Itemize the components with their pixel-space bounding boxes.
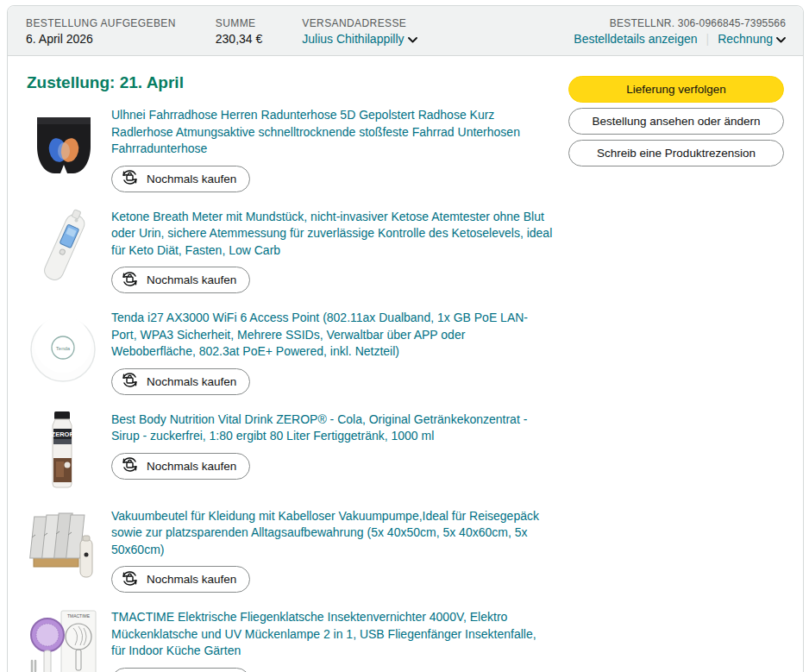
buy-again-refresh-bag-icon	[121, 455, 139, 476]
svg-text:ZEROP: ZEROP	[52, 430, 74, 438]
product-title-link[interactable]: Vakuumbeutel für Kleidung mit Kabelloser…	[111, 508, 553, 559]
product-title-link[interactable]: Best Body Nutrition Vital Drink ZEROP® -…	[111, 411, 553, 445]
ship-to-column: VERSANDADRESSE Julius Chithilappilly	[302, 15, 417, 47]
vacuum-storage-bags-thumbnail[interactable]	[27, 506, 100, 588]
svg-text:Tenda: Tenda	[56, 346, 71, 351]
view-or-edit-order-button[interactable]: Bestellung ansehen oder ändern	[568, 108, 784, 135]
ship-to-label: VERSANDADRESSE	[302, 15, 417, 30]
order-placed-label: BESTELLUNG AUFGEGEBEN	[26, 15, 176, 30]
product-title-link[interactable]: TMACTIME Elektrische Fliegenklatsche Ins…	[111, 609, 553, 660]
ketone-breath-meter-thumbnail[interactable]	[27, 207, 100, 289]
order-number: BESTELLNR. 306-0966845-7395566	[574, 15, 786, 30]
buy-again-button[interactable]: Nochmals kaufen	[111, 267, 250, 293]
order-card: BESTELLUNG AUFGEGEBEN 6. April 2026 SUMM…	[7, 5, 804, 672]
ship-to-name: Julius Chithilappilly	[302, 30, 404, 47]
buy-again-label: Nochmals kaufen	[147, 460, 236, 473]
order-total-label: SUMME	[216, 15, 263, 30]
drink-concentrate-bottle-thumbnail[interactable]: ZEROP	[27, 410, 100, 492]
product-title-link[interactable]: Ulhnei Fahrradhose Herren Radunterhose 5…	[111, 107, 553, 158]
invoice-label: Rechnung	[718, 30, 773, 47]
ship-to-dropdown[interactable]: Julius Chithilappilly	[302, 30, 417, 47]
buy-again-label: Nochmals kaufen	[147, 273, 236, 286]
buy-again-refresh-bag-icon	[121, 168, 139, 189]
invoice-dropdown[interactable]: Rechnung	[718, 30, 786, 47]
buy-again-refresh-bag-icon	[121, 371, 139, 392]
order-header: BESTELLUNG AUFGEGEBEN 6. April 2026 SUMM…	[8, 6, 803, 56]
product-row: Vakuumbeutel für Kleidung mit Kabelloser…	[27, 506, 553, 593]
order-header-right: BESTELLNR. 306-0966845-7395566 Bestellde…	[574, 15, 786, 47]
product-title-link[interactable]: Ketone Breath Meter mit Mundstück, nicht…	[111, 209, 553, 260]
buy-again-button[interactable]: Nochmals kaufen	[111, 453, 250, 480]
view-order-details-link[interactable]: Bestelldetails anzeigen	[574, 30, 697, 47]
buy-again-button[interactable]: Nochmals kaufen	[111, 166, 250, 192]
buy-again-button[interactable]: Nochmals kaufen	[111, 368, 250, 395]
order-body: Zustellung: 21. April	[8, 56, 803, 672]
cycling-shorts-thumbnail[interactable]	[27, 105, 100, 187]
order-placed-column: BESTELLUNG AUFGEGEBEN 6. April 2026	[26, 15, 176, 47]
product-row: Ulhnei Fahrradhose Herren Radunterhose 5…	[27, 105, 553, 192]
buy-again-refresh-bag-icon	[121, 569, 139, 590]
product-row: Ketone Breath Meter mit Mundstück, nicht…	[27, 207, 553, 294]
chevron-down-icon	[408, 30, 417, 47]
product-title-link[interactable]: Tenda i27 AX3000 WiFi 6 Access Point (80…	[111, 310, 553, 361]
buy-again-refresh-bag-icon	[121, 270, 139, 291]
link-separator: |	[706, 30, 710, 47]
order-total-column: SUMME 230,34 €	[216, 15, 263, 47]
product-row: Tenda Tenda i27 AX3000 WiFi 6 Access Poi…	[27, 308, 553, 395]
chevron-down-icon	[776, 30, 786, 47]
product-list: Ulhnei Fahrradhose Herren Radunterhose 5…	[27, 105, 553, 672]
product-row: TMACTIME TMACTIME Elektrische Fliegenkla…	[27, 607, 553, 672]
buy-again-button[interactable]: Nochmals kaufen	[111, 668, 250, 672]
buy-again-label: Nochmals kaufen	[147, 573, 236, 586]
order-header-links: Bestelldetails anzeigen | Rechnung	[574, 30, 786, 47]
track-package-button[interactable]: Lieferung verfolgen	[568, 76, 784, 103]
order-total-value: 230,34 €	[216, 30, 263, 47]
order-placed-date: 6. April 2026	[26, 30, 176, 47]
electric-fly-swatter-thumbnail[interactable]: TMACTIME	[27, 607, 100, 672]
write-product-review-button[interactable]: Schreib eine Produktrezension	[568, 140, 784, 166]
product-row: ZEROP Best Body Nutrition Vital Drink ZE…	[27, 410, 553, 492]
buy-again-button[interactable]: Nochmals kaufen	[111, 566, 250, 593]
buy-again-label: Nochmals kaufen	[147, 375, 236, 388]
wifi-access-point-thumbnail[interactable]: Tenda	[27, 308, 100, 390]
svg-text:TMACTIME: TMACTIME	[67, 613, 91, 619]
order-header-left: BESTELLUNG AUFGEGEBEN 6. April 2026 SUMM…	[26, 15, 457, 47]
order-actions: Lieferung verfolgen Bestellung ansehen o…	[568, 76, 784, 166]
buy-again-label: Nochmals kaufen	[147, 173, 236, 185]
